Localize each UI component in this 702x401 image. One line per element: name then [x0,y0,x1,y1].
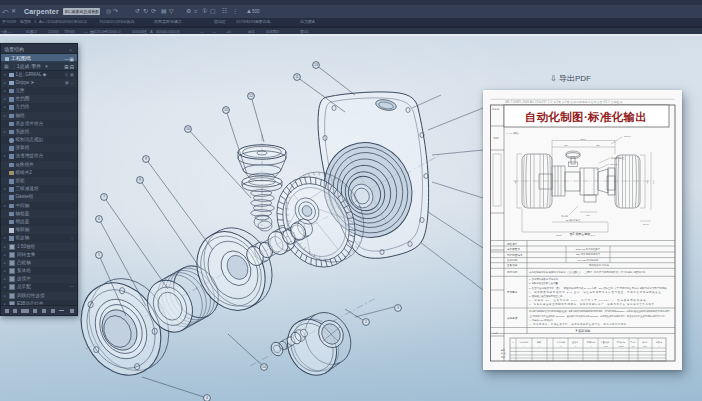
svg-text:9: 9 [145,157,147,161]
svg-text:阶段标记: 阶段标记 [617,340,625,344]
svg-text:·: · [575,356,576,358]
svg-text:1: 1 [560,345,562,347]
svg-text:5. 齿轮啮合斑点接触率检查合格。: 5. 齿轮啮合斑点接触率检查合格。 [529,294,565,298]
svg-text:14: 14 [262,365,266,369]
svg-text:·: · [621,349,622,351]
svg-text:7. 涂装前表面处理除锈并不得碰伤，加漆保护膜后出厂，颜色为: 7. 涂装前表面处理除锈并不得碰伤，加漆保护膜后出厂，颜色为标准灰 按涂装工艺文… [529,302,657,306]
svg-text:— 图纸标准件：先进生成文档，按规格式样式生成下发，规范说明: — 图纸标准件：先进生成文档，按规格式样式生成下发，规范说明文档规格。 [529,322,629,326]
svg-text:C364: C364 [580,138,586,141]
svg-text:制图: 制图 [501,348,505,352]
svg-text:11: 11 [295,75,299,79]
svg-text:3: 3 [397,306,399,310]
svg-text:54/9: 54/9 [591,234,596,236]
svg-text:总装配图号: 总装配图号 [506,247,520,251]
svg-text:—: — [538,345,541,347]
svg-text:4:6: 4:6 [632,345,636,347]
svg-text:520: 520 [596,144,600,146]
svg-text:B36xx12 标准化档案号: B36xx12 标准化档案号 [576,247,601,251]
svg-text:·: · [621,352,622,354]
svg-text:图1 装配主视图: 图1 装配主视图 [570,232,591,236]
svg-text:A:1/2: A:1/2 [603,345,609,347]
svg-text:露有各种样本系统 装配标准化输出（含公差配合），上预计（标准: 露有各种样本系统 装配标准化输出（含公差配合），上预计（标准尺寸规范说明文档）计… [529,270,647,274]
svg-text:13: 13 [314,63,318,67]
svg-text:+: + [523,345,525,347]
svg-text:5: 5 [98,253,100,257]
svg-text:使用说明: 使用说明 [507,270,518,274]
svg-text:B2 级精度处理: B2 级精度处理 [566,218,581,222]
svg-text:·: · [605,349,606,351]
svg-text:本说明书与标准相关文档规范引用自动生成，装配说明文档过程采用: 本说明书与标准相关文档规范引用自动生成，装配说明文档过程采用标准流程图规格，文档… [529,309,672,313]
svg-text:480: 480 [514,179,516,183]
svg-text:1: 1 [512,341,514,343]
svg-text:F=xx (确认): F=xx (确认) [507,132,519,135]
svg-text:8: 8 [139,178,141,182]
svg-text:处数: 处数 [537,340,542,344]
svg-text:其他事项: 其他事项 [507,316,518,320]
svg-text:M8x1.5: M8x1.5 [610,163,618,165]
svg-text:自动化制图·标准化输出: 自动化制图·标准化输出 [525,111,647,123]
svg-text:— 图样按 aud 标准执行。: — 图样按 aud 标准执行。 [529,319,555,322]
svg-text:6: 6 [98,217,100,221]
svg-text:3. 各密封面涂抹密封胶（图）：紧固件按规定力矩 B=5.5: 3. 各密封面涂抹密封胶（图）：紧固件按规定力矩 B=5.5 拧紧，DN 及防尘… [529,286,669,290]
svg-text:No.1:25 标准输出格: No.1:25 标准输出格 [578,258,600,262]
svg-text:520/6: 520/6 [556,234,562,236]
svg-text:2. 装配前检查各配合面质量。: 2. 装配前检查各配合面质量。 [529,281,560,285]
svg-text:m7690: m7690 [624,135,631,137]
svg-text:4: 4 [658,345,660,347]
svg-text:500.5: 500.5 [643,223,649,225]
svg-text:标记 处: 标记 处 [491,107,500,111]
svg-text:1:2.5: 1:2.5 [619,345,624,347]
svg-text:520: 520 [652,179,654,183]
svg-text:2B0-标准规格说明书号: 2B0-标准规格说明书号 [576,252,601,256]
svg-text:部件附图编号: 部件附图编号 [507,253,523,257]
svg-text:F 底部说明: F 底部说明 [576,329,591,333]
svg-text:4: 4 [590,345,592,347]
svg-text:370: 370 [564,144,568,146]
svg-text:技术要求: 技术要求 [507,290,518,294]
svg-text:4: 4 [206,396,208,400]
svg-text:7: 7 [103,195,105,199]
svg-text:查看信息: 查看信息 [507,263,518,267]
svg-text:面接触见处理: 面接触见处理 [611,156,625,160]
svg-text:480: 480 [646,179,648,183]
svg-text:1. 所有零件装配前清洗干净。: 1. 所有零件装配前清洗干净。 [529,278,560,281]
svg-text:34:9: 34:9 [643,345,648,347]
svg-text:审定: 审定 [501,356,505,359]
svg-text:2: 2 [365,320,367,324]
svg-text:标记: 标记 [493,136,499,140]
svg-text:180: 180 [586,214,590,216]
svg-text:报告选手: 报告选手 [507,242,518,246]
svg-text:"三 标准输出文档生成格式 standard"。自动输出图纸: "三 标准输出文档生成格式 standard"。自动输出图纸规范说明 stand… [529,314,667,318]
svg-text:6. 试运转 2h，温升不超过 35K，噪声不大于 80dB: 6. 试运转 2h，温升不超过 35K，噪声不大于 80dB(A)，各连接处无松… [529,298,649,302]
svg-text:GB-T14689-2008 A4 210x297 1:2: GB-T14689-2008 A4 210x297 1:2 第1页 共1页 比例… [505,100,623,104]
svg-text:4: 4 [574,345,576,347]
svg-text:比例说明: 比例说明 [507,258,518,262]
svg-text:·: · [590,352,591,354]
svg-text:重量 比例: 重量 比例 [601,340,610,344]
svg-text:·: · [540,349,541,351]
svg-text:16: 16 [186,127,190,131]
svg-text:现作各项标 准系统: 现作各项标 准系统 [589,263,609,267]
svg-text:15: 15 [224,108,228,112]
svg-text:图样标记: 图样标记 [587,340,595,344]
svg-text:4. 润滑脂填充轴承腔内约 2/3 空间，油位达到规定高度后: 4. 润滑脂填充轴承腔内约 2/3 空间，油位达到规定高度后密封检查，不得有任何… [529,290,664,294]
svg-text:12: 12 [249,94,253,98]
svg-text:油封圈: 油封圈 [561,215,568,218]
svg-text:·: · [540,352,541,354]
svg-text:·: · [575,349,576,351]
